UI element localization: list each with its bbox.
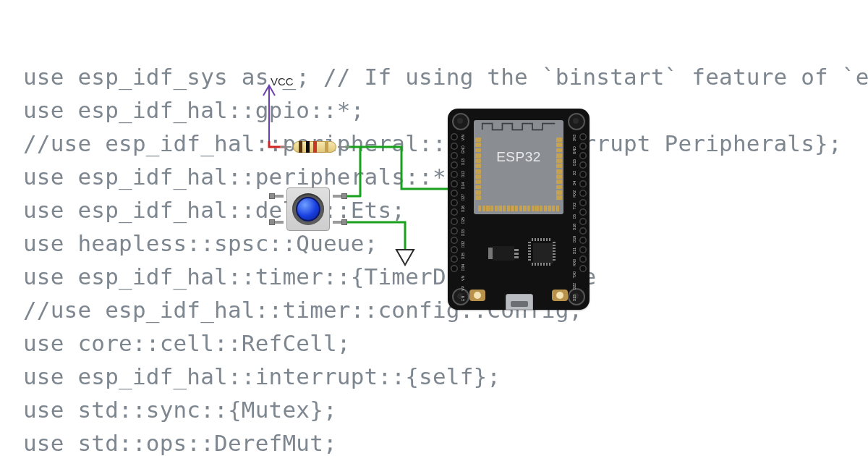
pin-labels-left: VINGNDD13D12D14D27D26D25D33D32D35D34VNVP… (461, 135, 465, 279)
chip-label: ESP32 (474, 149, 563, 165)
micro-usb-port-icon (506, 294, 533, 310)
resistor-band-2 (306, 141, 310, 153)
canvas: use esp_idf_sys as _; // If using the `b… (0, 0, 868, 456)
vcc-label: VCC (271, 75, 294, 88)
push-button (281, 182, 336, 237)
pin-labels-right: 3V3GNDD15D2D4RX2TX2D5D18D19D21RX0TX0D22D… (572, 135, 576, 279)
button-cap-icon (296, 197, 320, 221)
background-code: use esp_idf_sys as _; // If using the `b… (23, 60, 868, 456)
en-reset-button (552, 290, 568, 301)
voltage-regulator-icon (493, 246, 514, 261)
esp32-shield: ESP32 (474, 120, 563, 214)
header-pins-left (451, 133, 458, 272)
header-pins-right (579, 133, 587, 272)
antenna-icon (481, 122, 556, 132)
resistor-band-4 (325, 141, 328, 153)
pull-up-resistor (284, 139, 345, 155)
resistor-band-1 (299, 141, 302, 153)
boot-button (469, 290, 485, 301)
esp32-board: VINGNDD13D12D14D27D26D25D33D32D35D34VNVP… (448, 109, 590, 310)
usb-uart-chip-icon (533, 243, 553, 263)
resistor-band-3 (313, 141, 317, 153)
